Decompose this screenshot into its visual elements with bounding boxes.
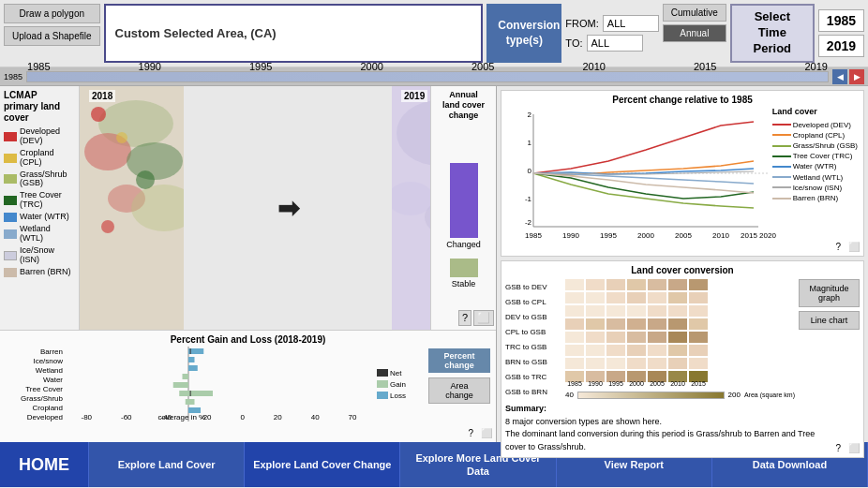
summary-line4: cover to Grass/shrub.	[505, 442, 586, 451]
magnitude-graph-button[interactable]: Magnitudegraph	[799, 279, 860, 307]
gain-label: Gain	[390, 380, 406, 389]
svg-text:2005: 2005	[650, 380, 665, 387]
annual-button[interactable]: Annual	[663, 24, 726, 42]
area-change-button[interactable]: Areachange	[428, 377, 490, 404]
annual-bar-area: Annualland coverchange Changed Stable ? …	[430, 86, 496, 330]
map-area: LCMAPprimary landcover Developed (DEV) C…	[0, 86, 496, 330]
summary-line1: 8 major conversion types are shown here.	[505, 417, 662, 426]
gain-loss-chart: Barren Ice/snow Wetland Water Tree Cover…	[4, 347, 492, 421]
line-chart-button[interactable]: Line chart	[799, 311, 860, 330]
to-input[interactable]	[587, 35, 643, 52]
svg-rect-18	[188, 357, 195, 362]
svg-rect-72	[565, 332, 584, 343]
legend-item-wtr: Water (WTR)	[4, 213, 75, 222]
svg-text:1995: 1995	[608, 380, 623, 387]
gl-expand-icon[interactable]: ⬜	[481, 428, 492, 438]
svg-rect-22	[188, 391, 213, 396]
from-input[interactable]	[603, 15, 659, 32]
conversion-types-button[interactable]: Conversiontype(s)	[486, 4, 561, 63]
legend-item-cpl: Cropland (CPL)	[4, 149, 75, 168]
gain-loss-title: Percent Gain and Loss (2018-2019)	[4, 334, 492, 345]
legend-label-brn: Barren (BRN)	[20, 268, 71, 277]
legend-header: Land cover	[772, 106, 858, 118]
svg-rect-66	[586, 318, 605, 330]
nav-home-button[interactable]: HOME	[0, 442, 89, 487]
summary-line3: The dominant land conversion during this…	[505, 429, 815, 438]
svg-text:2000: 2000	[637, 231, 654, 240]
nav-left-button[interactable]: ◀	[832, 69, 847, 84]
svg-text:-1: -1	[525, 195, 532, 203]
upload-shapefile-button[interactable]: Upload a Shapefile	[4, 26, 100, 46]
svg-rect-88	[606, 358, 625, 369]
legend-gain: Gain	[377, 380, 421, 389]
nav-explore-land-cover[interactable]: Explore Land Cover	[89, 442, 245, 487]
svg-rect-76	[648, 332, 666, 343]
timeline-track[interactable]: 1985 1990 1995 2000 2005 2010 2015 2019	[26, 71, 829, 82]
nav-right-button[interactable]: ▶	[849, 69, 864, 84]
svg-rect-62	[648, 305, 666, 317]
svg-rect-83	[648, 345, 666, 356]
svg-text:2010: 2010	[712, 231, 729, 240]
svg-rect-71	[689, 318, 708, 330]
select-period-box[interactable]: SelectTime Period	[730, 4, 815, 63]
svg-text:2015: 2015	[691, 380, 706, 387]
year-end[interactable]: 2019	[818, 35, 864, 57]
lc-question-icon[interactable]: ?	[835, 242, 841, 252]
top-bar: Draw a polygon Upload a Shapefile Custom…	[0, 0, 868, 67]
draw-polygon-button[interactable]: Draw a polygon	[4, 4, 100, 23]
nav-explore-change[interactable]: Explore Land Cover Change	[245, 442, 400, 487]
svg-text:0: 0	[528, 167, 532, 175]
svg-rect-53	[606, 292, 625, 303]
heatmap-grid: 1985 1990 1995 2000 2005 2010 2015 40 20…	[565, 279, 795, 399]
timeline-start-year: 1985	[4, 72, 22, 81]
svg-rect-91	[668, 358, 687, 369]
loss-label: Loss	[390, 392, 406, 400]
svg-rect-57	[689, 292, 708, 303]
svg-text:1: 1	[528, 139, 532, 147]
heatmap-content: GSB to DEV GSB to CPL DEV to GSB CPL to …	[505, 279, 860, 399]
gl-question-icon[interactable]: ?	[468, 428, 473, 438]
year-start[interactable]: 1985	[818, 9, 864, 32]
lc-expand-icon[interactable]: ⬜	[848, 242, 860, 252]
svg-rect-70	[668, 318, 687, 330]
svg-rect-24	[186, 399, 195, 405]
bar-stable-label: Stable	[452, 279, 476, 288]
from-label: FROM:	[565, 18, 598, 29]
legend-item-brn: Barren (BRN)	[4, 268, 75, 277]
line-chart-area: Percent change relative to 1985 2 1 0 -1…	[501, 90, 864, 257]
timeline-selection	[27, 72, 828, 81]
lc-isn: Ice/snow (ISN)	[772, 183, 858, 193]
svg-text:1985: 1985	[567, 380, 582, 387]
heatmap-title: Land cover conversion	[505, 265, 860, 275]
svg-rect-20	[183, 374, 189, 379]
heatmap-colorbar: 40 200 Area (square km)	[565, 391, 795, 399]
legend-item-wtl: Wetland (WTL)	[4, 225, 75, 244]
legend-color-dev	[4, 132, 17, 141]
main-content: LCMAPprimary landcover Developed (DEV) C…	[0, 86, 868, 442]
year-boxes: 1985 2019	[818, 4, 864, 63]
timeline-year-labels: 1985 1990 1995 2000 2005 2010 2015 2019	[27, 61, 828, 72]
heatmap-area: Land cover conversion GSB to DEV GSB to …	[501, 260, 864, 458]
legend-color-isn	[4, 251, 17, 260]
expand-icon[interactable]: ⬜	[473, 310, 494, 326]
svg-rect-86	[565, 358, 584, 369]
mag-line-buttons: Magnitudegraph Line chart	[799, 279, 860, 399]
cumulative-button[interactable]: Cumulative	[663, 4, 726, 22]
svg-point-9	[136, 170, 155, 189]
hm-expand-icon[interactable]: ⬜	[848, 443, 860, 453]
svg-rect-73	[586, 332, 605, 343]
percent-change-button[interactable]: Percentchange	[428, 348, 490, 373]
svg-rect-49	[668, 279, 687, 290]
question-icon[interactable]: ?	[458, 310, 471, 326]
from-to-box: FROM: TO:	[565, 4, 658, 63]
map-label-2019: 2019	[401, 90, 427, 102]
chart-controls: ? ⬜	[458, 310, 494, 326]
legend-color-trc	[4, 196, 17, 205]
svg-rect-67	[606, 318, 625, 330]
legend-item-dev: Developed (DEV)	[4, 127, 75, 146]
svg-text:1990: 1990	[588, 380, 603, 387]
svg-rect-89	[627, 358, 646, 369]
lc-brn: Barren (BRN)	[772, 193, 858, 203]
hm-question-icon[interactable]: ?	[835, 443, 841, 453]
svg-rect-84	[668, 345, 687, 356]
